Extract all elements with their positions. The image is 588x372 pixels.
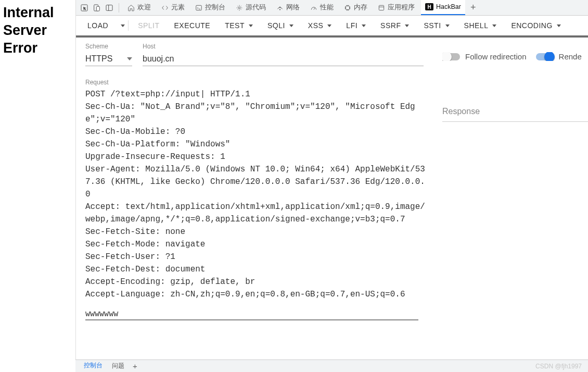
toggle-label: Rende <box>559 52 582 61</box>
tab-label: 性能 <box>320 3 334 12</box>
render-toggle[interactable]: Rende <box>536 52 582 61</box>
svg-point-6 <box>238 7 240 9</box>
tab-label: HackBar <box>436 3 461 10</box>
request-body-input[interactable]: wwwwwww <box>85 309 418 320</box>
svg-rect-3 <box>106 5 112 10</box>
test-dropdown[interactable]: TEST <box>219 18 259 33</box>
tab-network[interactable]: 网络 <box>272 0 304 16</box>
drawer-tab-issues[interactable]: 问题 <box>108 359 129 372</box>
error-heading: Internal Server Error <box>3 4 72 57</box>
drawer-add-tab-icon[interactable]: + <box>130 362 140 370</box>
add-tab-icon[interactable]: + <box>467 2 479 13</box>
tab-application[interactable]: 应用程序 <box>374 0 419 16</box>
tab-hackbar[interactable]: HHackBar <box>421 0 465 16</box>
sqli-dropdown[interactable]: SQLI <box>261 18 300 33</box>
request-textarea[interactable]: POST /?text=php://input| HTTP/1.1 Sec-Ch… <box>85 88 428 302</box>
toggle-label: Follow redirection <box>465 52 527 61</box>
svg-line-8 <box>314 8 315 10</box>
tab-sources[interactable]: 源代码 <box>232 0 270 16</box>
svg-point-7 <box>279 9 280 9</box>
svg-rect-10 <box>379 5 384 10</box>
hackbar-toolbar: LOAD SPLIT EXECUTE TEST SQLI XSS LFI SSR… <box>76 16 588 38</box>
execute-button[interactable]: EXECUTE <box>168 18 217 33</box>
drawer-tab-console[interactable]: 控制台 <box>80 359 107 372</box>
follow-redirection-toggle[interactable]: Follow redirection <box>442 52 527 61</box>
tab-label: 欢迎 <box>137 3 151 12</box>
tab-welcome[interactable]: 欢迎 <box>123 0 155 16</box>
load-dropdown-icon[interactable] <box>121 24 125 27</box>
svg-rect-9 <box>346 6 350 9</box>
lfi-dropdown[interactable]: LFI <box>340 18 372 33</box>
tab-console[interactable]: 控制台 <box>191 0 229 16</box>
tab-label: 元素 <box>171 3 185 12</box>
watermark: CSDN @fjh1997 <box>535 363 582 370</box>
load-button[interactable]: LOAD <box>81 18 114 33</box>
toggle-switch-icon[interactable] <box>536 53 554 60</box>
host-label: Host <box>143 43 424 50</box>
response-label: Response <box>442 107 588 122</box>
svg-rect-5 <box>196 5 202 10</box>
xss-dropdown[interactable]: XSS <box>302 18 338 33</box>
devtools-drawer-tabs: 控制台 问题 + <box>75 359 588 372</box>
hackbar-icon: H <box>425 3 433 10</box>
split-button[interactable]: SPLIT <box>132 18 165 33</box>
scheme-select[interactable]: HTTPS <box>85 54 132 66</box>
devtools-tabbar: 欢迎 元素 控制台 源代码 网络 性能 内存 应用程序 HHackBar + <box>76 0 588 16</box>
ssrf-dropdown[interactable]: SSRF <box>374 18 415 33</box>
separator <box>128 20 129 31</box>
tab-label: 控制台 <box>205 3 225 12</box>
host-input[interactable]: buuoj.cn <box>143 54 424 66</box>
tab-label: 应用程序 <box>388 3 415 12</box>
dock-side-icon[interactable] <box>104 3 114 13</box>
request-label: Request <box>85 79 428 86</box>
tab-label: 内存 <box>354 3 367 12</box>
tab-label: 网络 <box>286 3 300 12</box>
separator <box>119 3 119 13</box>
toggle-switch-icon[interactable] <box>442 53 460 60</box>
encoding-dropdown[interactable]: ENCODING <box>505 18 567 33</box>
shell-dropdown[interactable]: SHELL <box>458 18 503 33</box>
page-body: Internal Server Error <box>0 0 75 359</box>
svg-rect-2 <box>96 6 99 11</box>
device-toggle-icon[interactable] <box>92 3 102 13</box>
tab-memory[interactable]: 内存 <box>340 0 372 16</box>
ssti-dropdown[interactable]: SSTI <box>417 18 455 33</box>
scheme-label: Scheme <box>85 43 132 50</box>
tab-label: 源代码 <box>246 3 266 12</box>
tab-elements[interactable]: 元素 <box>157 0 189 16</box>
inspect-icon[interactable] <box>79 3 90 13</box>
devtools-panel: 欢迎 元素 控制台 源代码 网络 性能 内存 应用程序 HHackBar + L… <box>75 0 588 359</box>
tab-performance[interactable]: 性能 <box>306 0 338 16</box>
